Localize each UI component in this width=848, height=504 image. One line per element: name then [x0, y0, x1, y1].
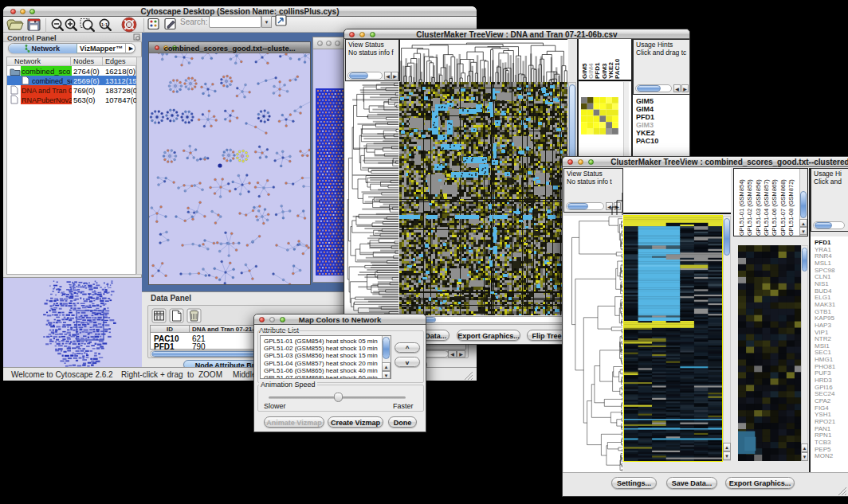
svg-text:1:1: 1:1 [101, 22, 108, 27]
svg-text:GPL51-02 (GSM855): GPL51-02 (GSM855) [746, 179, 753, 236]
svg-text:GPL51-06 (GSM865): GPL51-06 (GSM865) [771, 179, 778, 236]
svg-text:GPL51-07 (GSM868): GPL51-07 (GSM868) [779, 179, 787, 236]
svg-text:GPL51-01 (GSM854): GPL51-01 (GSM854) [738, 179, 745, 236]
svg-text:GPL51-08 (GSM872): GPL51-08 (GSM872) [787, 179, 795, 236]
svg-text:GPL51-04 (GSM857): GPL51-04 (GSM857) [763, 179, 770, 236]
svg-text:PAC10: PAC10 [614, 58, 621, 79]
svg-text:GPL51-03 (GSM856): GPL51-03 (GSM856) [755, 179, 762, 236]
